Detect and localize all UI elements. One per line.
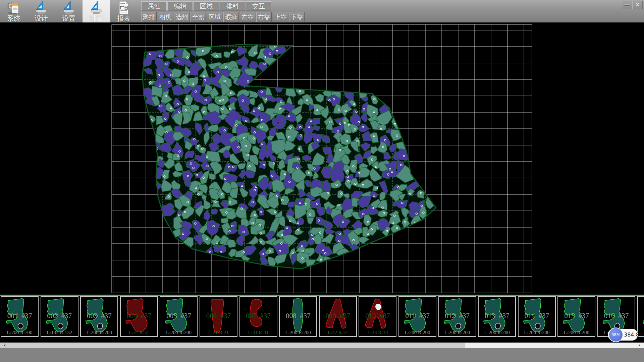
memory-percent-badge: 38%: [608, 327, 623, 342]
application-window: 系统设计设置排版报表 属性编辑区域排料交互 聚排相机选割全割区域瑕疵左靠右靠上靠…: [0, 0, 644, 362]
minimize-button[interactable]: —: [622, 1, 632, 9]
toolbar-button-label: 报表: [117, 15, 130, 22]
toolbar-button-排版[interactable]: 排版: [83, 0, 110, 22]
part-thumbnail-001_#37[interactable]: 001_#37L:700 R:700: [1, 296, 39, 337]
report-document-icon: [117, 0, 130, 15]
part-thumbnail-014_#37[interactable]: 014_#37L:200 R:200: [518, 296, 556, 337]
tool-button-区域[interactable]: 区域: [207, 12, 222, 22]
memory-value-label: 384.8M: [624, 331, 644, 338]
settings-set-square-icon: [62, 0, 75, 15]
part-thumbnail-005_#37[interactable]: 005_#37L:200 R:200: [160, 296, 198, 337]
part-shape-bracket: [242, 297, 275, 336]
design-set-square-icon: [35, 0, 48, 15]
part-shape-boot: [560, 297, 593, 336]
part-shape-boot: [640, 297, 644, 336]
part-shape-boot-hole: [481, 297, 514, 336]
toolbar-button-设计[interactable]: 设计: [28, 0, 55, 22]
scrollbar-thumb[interactable]: [0, 343, 465, 348]
scroll-right-arrow-icon[interactable]: ›: [635, 343, 643, 348]
part-thumbnail-013_#37[interactable]: 013_#37L:200 R:200: [478, 296, 516, 337]
main-mode-buttons: 系统设计设置排版报表: [0, 0, 138, 22]
part-shape-column: [282, 297, 315, 336]
part-thumbnail-003_#37[interactable]: 003_#37L:200 R:200: [80, 296, 118, 337]
tool-button-右靠[interactable]: 右靠: [256, 12, 272, 22]
piece-marker: [155, 185, 156, 187]
nesting-canvas[interactable]: [0, 22, 644, 295]
part-thumbnail-011_#37[interactable]: 011_#37L:200 R:200: [398, 296, 436, 337]
part-thumbnail-007_#37[interactable]: 007_#37L:31 R:31: [239, 296, 277, 337]
menu-tab-区域[interactable]: 区域: [194, 1, 219, 11]
part-shape-boot: [123, 297, 156, 336]
menu-tab-交互[interactable]: 交互: [246, 1, 271, 11]
tool-button-聚排[interactable]: 聚排: [141, 12, 157, 22]
toolbar-button-label: 排版: [90, 15, 103, 22]
menu-tab-属性[interactable]: 属性: [141, 1, 167, 11]
part-shape-tooth: [202, 297, 235, 336]
part-shape-boot: [401, 297, 434, 336]
toolbar-button-系统[interactable]: 系统: [0, 0, 28, 22]
part-thumbnail-009_#37[interactable]: 009_#37L:32 R:31: [319, 296, 357, 337]
scroll-left-arrow-icon[interactable]: ‹: [1, 343, 9, 348]
nested-piece[interactable]: [230, 188, 238, 198]
close-button[interactable]: ×: [632, 1, 643, 9]
part-shape-a-shape: [322, 297, 355, 336]
tool-button-相机[interactable]: 相机: [158, 12, 173, 22]
nested-piece[interactable]: [312, 118, 320, 125]
horizontal-scrollbar[interactable]: ‹ ›: [0, 343, 644, 348]
tool-button-瑕疵[interactable]: 瑕疵: [223, 12, 239, 22]
part-shape-boot-hole: [441, 297, 474, 336]
nested-piece[interactable]: [209, 173, 216, 180]
tool-button-下靠[interactable]: 下靠: [289, 12, 305, 22]
part-thumbnail-002_#37[interactable]: 002_#37L:132 R:132: [41, 296, 78, 337]
system-gear-icon: [7, 0, 20, 15]
part-shape-boot: [162, 297, 196, 336]
tool-button-选割[interactable]: 选割: [174, 12, 190, 22]
tool-button-左靠[interactable]: 左靠: [240, 12, 255, 22]
memory-usage-badge[interactable]: 38% 384.8M: [608, 329, 638, 341]
status-bar: [0, 348, 644, 362]
part-thumbnail-004_#37[interactable]: 004_#37L:31 R:31: [120, 296, 158, 337]
menu-tab-编辑[interactable]: 编辑: [167, 1, 193, 11]
part-shape-boot-hole: [521, 297, 554, 336]
titlebar-toolbar: 系统设计设置排版报表 属性编辑区域排料交互 聚排相机选割全割区域瑕疵左靠右靠上靠…: [0, 0, 644, 23]
menu-tab-排料[interactable]: 排料: [220, 1, 245, 11]
tool-button-全割[interactable]: 全割: [191, 12, 206, 22]
part-shape-boot-hole: [83, 297, 116, 336]
menu-tab-row: 属性编辑区域排料交互: [141, 1, 272, 11]
toolbar-button-设置[interactable]: 设置: [55, 0, 83, 22]
part-thumbnail-017_#37[interactable]: 017_#37L:200 R:200: [637, 296, 644, 337]
toolbar-button-报表[interactable]: 报表: [110, 0, 138, 22]
part-shape-boot-hole: [3, 297, 37, 336]
part-shape-boot-hole: [43, 297, 76, 336]
parts-thumbnail-strip: 001_#37L:700 R:700002_#37L:132 R:132003_…: [0, 295, 644, 339]
nested-piece[interactable]: [171, 68, 181, 78]
nested-piece[interactable]: [286, 85, 296, 97]
part-thumbnail-008_#37[interactable]: 008_#37L:200 R:200: [279, 296, 317, 337]
nesting-set-square-icon: [90, 0, 103, 15]
toolbar-button-label: 设计: [35, 15, 48, 22]
toolbar-button-label: 系统: [7, 15, 20, 22]
part-thumbnail-006_#37[interactable]: 006_#37L:21 R:21: [200, 296, 237, 337]
tool-button-row: 聚排相机选割全割区域瑕疵左靠右靠上靠下靠: [141, 12, 306, 22]
part-shape-a-shape-hole: [361, 297, 394, 336]
part-thumbnail-012_#37[interactable]: 012_#37L:200 R:200: [438, 296, 476, 337]
part-thumbnail-015_#37[interactable]: 015_#37L:200 R:200: [557, 296, 595, 337]
part-thumbnail-010_#37[interactable]: 010_#37L:33 R:33: [359, 296, 396, 337]
canvas-svg: [0, 22, 644, 295]
window-controls: — ×: [622, 1, 643, 9]
toolbar-button-label: 设置: [62, 15, 75, 22]
tool-button-上靠[interactable]: 上靠: [273, 12, 288, 22]
parts-strip-border: [0, 295, 644, 296]
